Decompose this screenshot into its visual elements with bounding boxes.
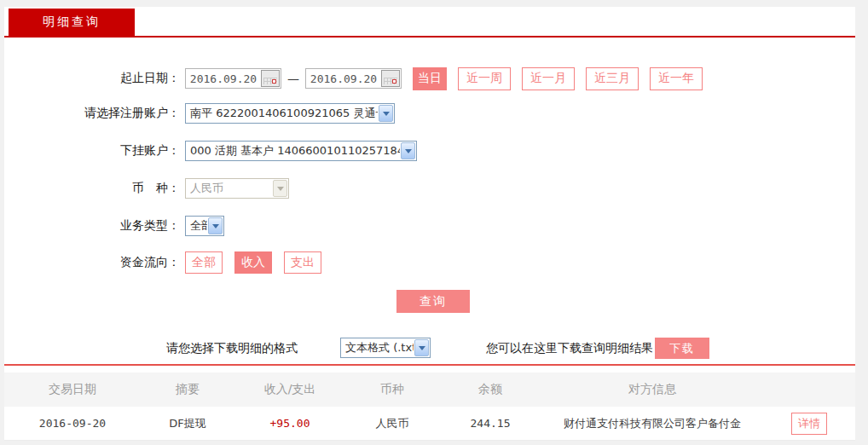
fund-flow-label: 资金流向：: [4, 255, 185, 270]
register-account-label: 请选择注册账户：: [4, 106, 185, 121]
cell-amount: +95.00: [234, 417, 345, 430]
chevron-down-icon[interactable]: [401, 142, 415, 159]
fund-flow-income-button[interactable]: 收入: [234, 251, 272, 274]
download-format-value: 文本格式 (.txt): [341, 340, 414, 355]
sub-account-select[interactable]: 000 活期 基本户 1406600101102571848: [185, 141, 417, 161]
quick-range-week-button[interactable]: 近一周: [458, 67, 511, 90]
download-row: 请您选择下载明细的格式 文本格式 (.txt) 您可以在这里下载查询明细结果 下…: [4, 338, 855, 359]
query-button[interactable]: 查询: [396, 290, 470, 313]
date-range-row: 起止日期： — 当日 近一周 近一月 近三月 近一年: [4, 66, 855, 90]
end-date-input[interactable]: [306, 72, 381, 85]
download-format-select[interactable]: 文本格式 (.txt): [340, 338, 431, 358]
register-account-select[interactable]: 南平 6222001406100921065 灵通卡: [185, 103, 395, 124]
start-date-input[interactable]: [186, 72, 261, 85]
sub-account-row: 下挂账户： 000 活期 基本户 1406600101102571848: [4, 142, 855, 160]
detail-query-panel: 明细查询 起止日期： — 当日 近一周 近一月: [4, 7, 855, 441]
currency-row: 币 种： 人民币: [4, 179, 855, 198]
header-currency: 币种: [345, 382, 439, 397]
cell-currency: 人民币: [345, 416, 439, 431]
currency-value: 人民币: [186, 181, 272, 196]
start-date-field[interactable]: [185, 68, 281, 89]
header-summary: 摘要: [141, 382, 234, 397]
currency-select: 人民币: [185, 178, 289, 199]
business-type-select[interactable]: 全部: [185, 216, 224, 236]
fund-flow-row: 资金流向： 全部 收入 支出: [4, 251, 855, 274]
business-type-row: 业务类型： 全部: [4, 217, 855, 235]
cell-summary: DF提现: [141, 416, 234, 431]
cell-balance: 244.15: [439, 417, 541, 430]
header-counterparty: 对方信息: [541, 382, 763, 397]
fund-flow-expense-button[interactable]: 支出: [284, 251, 321, 274]
download-button[interactable]: 下载: [655, 338, 709, 359]
chevron-down-icon: [273, 180, 287, 197]
header-balance: 余额: [439, 382, 541, 397]
query-form: 起止日期： — 当日 近一周 近一月 近三月 近一年: [4, 38, 855, 441]
quick-range-year-button[interactable]: 近一年: [650, 67, 703, 90]
table-header-row: 交易日期 摘要 收入/支出 币种 余额 对方信息: [4, 373, 855, 407]
download-format-label: 请您选择下载明细的格式: [166, 341, 298, 356]
cell-counterparty: 财付通支付科技有限公司客户备付金: [541, 416, 763, 431]
currency-label: 币 种：: [4, 181, 185, 196]
business-type-label: 业务类型：: [4, 218, 185, 234]
start-date-calendar-icon[interactable]: [261, 70, 280, 87]
header-trade-date: 交易日期: [4, 382, 141, 397]
fund-flow-all-button[interactable]: 全部: [185, 251, 223, 274]
download-hint: 您可以在这里下载查询明细结果: [486, 341, 653, 356]
register-account-row: 请选择注册账户： 南平 6222001406100921065 灵通卡: [4, 104, 855, 123]
register-account-value: 南平 6222001406100921065 灵通卡: [186, 106, 378, 121]
date-range-dash: —: [287, 72, 299, 85]
sub-account-value: 000 活期 基本户 1406600101102571848: [186, 143, 400, 159]
business-type-value: 全部: [186, 218, 207, 234]
tab-detail-query[interactable]: 明细查询: [9, 9, 135, 36]
detail-button[interactable]: 详情: [791, 413, 827, 435]
chevron-down-icon[interactable]: [414, 339, 429, 356]
chevron-down-icon[interactable]: [379, 105, 393, 122]
end-date-calendar-icon[interactable]: [381, 70, 400, 87]
quick-range-today-button[interactable]: 当日: [413, 67, 447, 90]
quick-range-3months-button[interactable]: 近三月: [586, 67, 639, 90]
sub-account-label: 下挂账户：: [4, 143, 185, 159]
chevron-down-icon[interactable]: [208, 217, 223, 234]
end-date-field[interactable]: [305, 68, 402, 89]
quick-range-month-button[interactable]: 近一月: [522, 67, 575, 90]
table-row: 2016-09-20 DF提现 +95.00 人民币 244.15 财付通支付科…: [4, 407, 855, 441]
table-top-separator: [4, 364, 855, 366]
date-range-label: 起止日期：: [4, 71, 185, 86]
cell-trade-date: 2016-09-20: [4, 417, 141, 430]
header-income-expense: 收入/支出: [234, 382, 345, 397]
